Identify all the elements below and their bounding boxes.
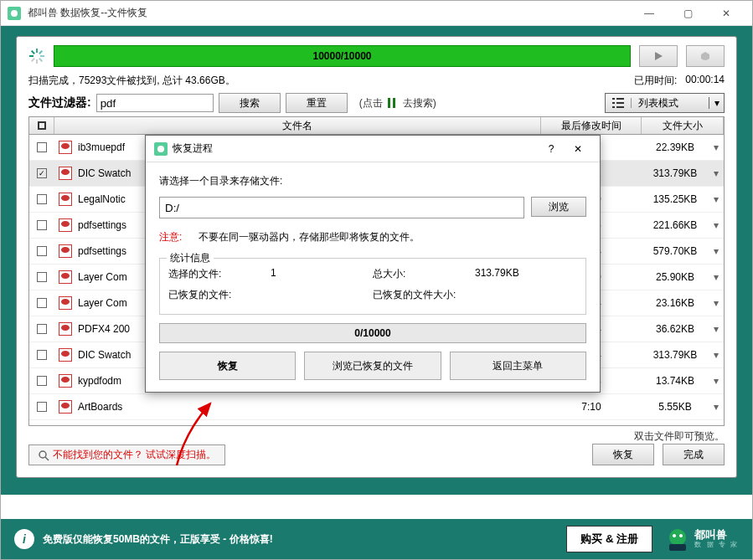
table-header: 文件名 最后修改时间 文件大小 <box>28 116 725 135</box>
chevron-down-icon[interactable]: ▾ <box>709 167 724 179</box>
file-size: 36.62KB <box>642 323 709 335</box>
file-date: 7:10 <box>541 401 642 413</box>
help-button[interactable]: ? <box>538 143 565 155</box>
pdf-icon <box>58 373 73 388</box>
chevron-down-icon[interactable]: ▾ <box>709 375 724 387</box>
status-row: 扫描完成，75293文件被找到, 总计 43.66GB。 已用时间: 00:00… <box>28 74 725 88</box>
file-size: 13.74KB <box>642 375 709 387</box>
svg-rect-4 <box>40 55 44 57</box>
chevron-down-icon[interactable]: ▾ <box>709 401 724 413</box>
brand-logo: 都叫兽 数 据 专 家 <box>664 526 739 552</box>
dialog-close-button[interactable]: ✕ <box>565 143 591 155</box>
filter-input[interactable] <box>96 94 214 112</box>
dblclick-hint: 双击文件即可预览。 <box>28 429 725 444</box>
col-date[interactable]: 最后修改时间 <box>541 117 642 134</box>
pdf-icon <box>58 399 73 414</box>
file-size: 221.66KB <box>642 219 709 231</box>
svg-point-24 <box>157 146 164 152</box>
recover-dialog: 恢复进程 ? ✕ 请选择一个目录来存储文件: 浏览 注意: 不要在同一驱动器内，… <box>145 135 601 393</box>
title-bar: 都叫兽 数据恢复--文件恢复 — ▢ ✕ <box>1 1 752 26</box>
reset-button[interactable]: 重置 <box>286 93 348 113</box>
dialog-back-button[interactable]: 返回主菜单 <box>450 352 586 380</box>
row-checkbox[interactable] <box>29 220 54 230</box>
mascot-icon <box>664 526 691 552</box>
pdf-icon <box>58 321 73 337</box>
row-checkbox[interactable] <box>29 142 54 152</box>
row-checkbox[interactable]: ✓ <box>29 168 54 178</box>
browse-button[interactable]: 浏览 <box>531 197 586 217</box>
file-size: 313.79KB <box>642 167 709 179</box>
dialog-title: 恢复进程 <box>173 141 538 156</box>
file-size: 22.39KB <box>642 141 709 153</box>
info-icon: i <box>14 529 34 549</box>
dialog-recover-button[interactable]: 恢复 <box>159 352 296 380</box>
row-checkbox[interactable] <box>29 246 54 256</box>
footer-bar: i 免费版仅能恢复50MB的文件，正版享受 - 价格惊喜! 购买 & 注册 都叫… <box>1 519 752 559</box>
row-checkbox[interactable] <box>29 350 54 360</box>
pause-icon <box>388 98 398 108</box>
svg-rect-12 <box>616 98 624 100</box>
save-path-input[interactable] <box>159 197 524 218</box>
search-button[interactable]: 搜索 <box>219 93 281 113</box>
file-size: 5.55KB <box>642 401 709 413</box>
close-button[interactable]: ✕ <box>707 2 745 25</box>
maximize-button[interactable]: ▢ <box>668 2 707 25</box>
svg-point-21 <box>673 534 676 537</box>
chevron-down-icon[interactable]: ▾ <box>709 245 724 257</box>
elapsed-label: 已用时间: <box>634 74 677 88</box>
buy-register-button[interactable]: 购买 & 注册 <box>566 526 652 552</box>
chevron-down-icon[interactable]: ▾ <box>709 219 724 231</box>
pdf-icon <box>58 140 73 155</box>
chevron-down-icon[interactable]: ▾ <box>709 141 724 153</box>
table-row[interactable]: ArtBoards7:105.55KB▾ <box>29 394 724 420</box>
filter-row: 文件过滤器: 搜索 重置 (点击 去搜索) 列表模式 ▾ <box>28 93 725 113</box>
deep-scan-button[interactable]: 不能找到您的文件？ 试试深度扫描。 <box>28 444 225 465</box>
chevron-down-icon[interactable]: ▾ <box>709 193 724 205</box>
done-button[interactable]: 完成 <box>663 444 725 465</box>
file-size: 579.70KB <box>642 245 709 257</box>
dialog-browse-recovered-button[interactable]: 浏览已恢复的文件 <box>304 352 441 380</box>
window-title: 都叫兽 数据恢复--文件恢复 <box>28 6 630 20</box>
search-icon <box>38 450 49 461</box>
file-size: 23.16KB <box>642 297 709 309</box>
minimize-button[interactable]: — <box>630 2 668 25</box>
col-size[interactable]: 文件大小 <box>642 117 724 134</box>
stop-button[interactable] <box>686 45 725 67</box>
row-checkbox[interactable] <box>29 272 54 282</box>
progress-bar: 10000/10000 <box>54 45 631 67</box>
svg-rect-6 <box>36 59 38 64</box>
svg-point-1 <box>11 10 18 17</box>
svg-rect-16 <box>616 106 624 108</box>
svg-rect-20 <box>669 544 686 551</box>
search-hint: (点击 去搜索) <box>359 96 436 110</box>
svg-rect-9 <box>31 50 35 54</box>
svg-point-19 <box>669 529 686 546</box>
row-checkbox[interactable] <box>29 376 54 386</box>
svg-rect-2 <box>36 49 38 53</box>
chevron-down-icon: ▾ <box>709 97 724 109</box>
row-checkbox[interactable] <box>29 324 54 334</box>
stats-box: 统计信息 选择的文件: 1 总大小: 313.79KB 已恢复的文件: 已恢复的… <box>159 258 586 315</box>
dialog-titlebar: 恢复进程 ? ✕ <box>146 136 600 162</box>
chevron-down-icon[interactable]: ▾ <box>709 349 724 361</box>
svg-rect-11 <box>612 98 615 100</box>
recover-progress: 0/10000 <box>159 323 586 343</box>
select-all-checkbox[interactable] <box>29 117 54 134</box>
play-button[interactable] <box>639 45 678 67</box>
app-icon <box>154 142 168 156</box>
elapsed-value: 00:00:14 <box>685 74 725 88</box>
row-checkbox[interactable] <box>29 194 54 204</box>
chevron-down-icon[interactable]: ▾ <box>709 297 724 309</box>
recover-button[interactable]: 恢复 <box>592 444 654 465</box>
col-filename[interactable]: 文件名 <box>54 117 541 134</box>
view-mode-selector[interactable]: 列表模式 ▾ <box>605 93 725 113</box>
row-checkbox[interactable] <box>29 298 54 308</box>
pdf-icon <box>58 347 73 362</box>
app-window: 都叫兽 数据恢复--文件恢复 — ▢ ✕ <box>0 0 753 560</box>
row-checkbox[interactable] <box>29 402 54 412</box>
chevron-down-icon[interactable]: ▾ <box>709 323 724 335</box>
pdf-icon <box>58 270 73 285</box>
chevron-down-icon[interactable]: ▾ <box>709 271 724 283</box>
file-name: ArtBoards <box>76 401 541 413</box>
svg-marker-10 <box>655 52 663 60</box>
